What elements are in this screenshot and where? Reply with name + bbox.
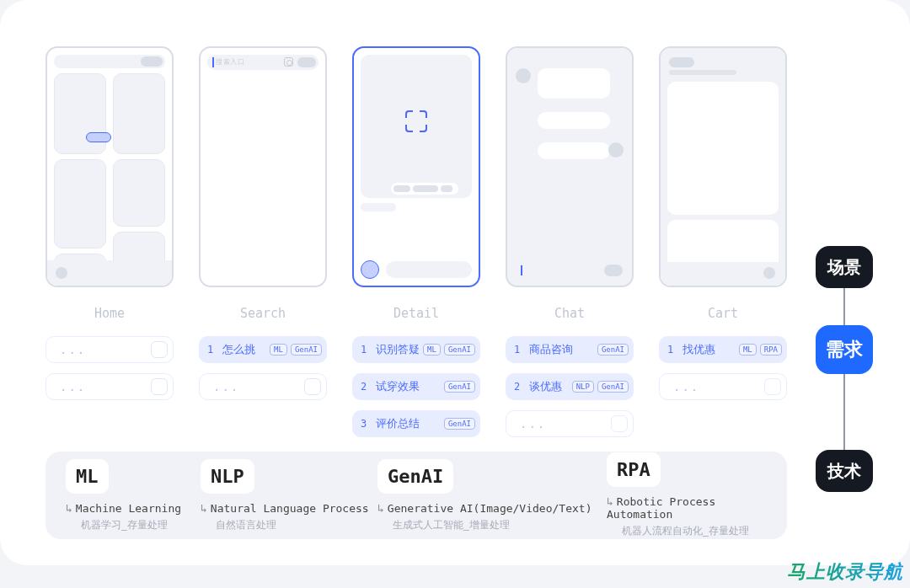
arrow-icon: ↳ bbox=[201, 502, 207, 515]
tech-sub: 机器学习_存量处理 bbox=[81, 518, 201, 532]
tech-tag: ML bbox=[423, 344, 441, 356]
watermark: 马上收录导航 bbox=[787, 559, 903, 585]
detail-price-stub bbox=[361, 203, 396, 211]
placeholder-box bbox=[611, 415, 628, 432]
tech-abbr: ML bbox=[66, 459, 109, 494]
tech-sub: 生成式人工智能_增量处理 bbox=[393, 518, 607, 532]
phone-home bbox=[46, 46, 174, 287]
placeholder-box bbox=[304, 378, 321, 395]
col-detail: Detail 1 识别答疑 ML GenAI 2 试穿效果 GenAI bbox=[352, 46, 480, 437]
scenario-item: 2 谈优惠 NLP GenAI bbox=[506, 373, 634, 400]
col-search: 搜索入口 Search 1 怎么挑 ML GenAI ... bbox=[199, 46, 327, 437]
detail-bottom-bar bbox=[361, 260, 472, 279]
tech-abbr: NLP bbox=[201, 459, 254, 494]
scenario-item: 2 试穿效果 GenAI bbox=[352, 373, 480, 400]
home-topbar bbox=[54, 55, 165, 68]
tech-nlp: NLP ↳Natural Language Process 自然语言处理 bbox=[201, 459, 377, 532]
tech-tag: GenAI bbox=[597, 344, 629, 356]
home-card bbox=[113, 73, 165, 154]
tech-sub: 机器人流程自动化_存量处理 bbox=[622, 524, 775, 538]
scenario-item: 1 找优惠 ML RPA bbox=[659, 336, 787, 363]
avatar-icon bbox=[516, 68, 531, 83]
tech-legend-bar: ML ↳Machine Learning 机器学习_存量处理 NLP ↳Natu… bbox=[46, 452, 787, 539]
tech-tag: GenAI bbox=[597, 381, 629, 393]
tech-tag: GenAI bbox=[444, 418, 475, 430]
chat-bubble bbox=[538, 112, 610, 129]
tech-tag: GenAI bbox=[444, 344, 475, 356]
diagram-canvas: Home ... ... 搜索入口 bbox=[0, 0, 910, 565]
search-bar: 搜索入口 bbox=[207, 55, 318, 70]
tech-tag: ML bbox=[270, 344, 287, 356]
arrow-icon: ↳ bbox=[377, 502, 384, 515]
scan-icon bbox=[405, 110, 427, 132]
col-home: Home ... ... bbox=[46, 46, 174, 437]
phone-label: Home bbox=[94, 306, 125, 321]
scenario-item: 1 怎么挑 ML GenAI bbox=[199, 336, 327, 363]
phone-label: Detail bbox=[393, 306, 439, 321]
tech-tag: ML bbox=[739, 344, 757, 356]
scenario-empty: ... bbox=[46, 336, 174, 363]
scenario-empty: ... bbox=[506, 410, 634, 437]
tech-full: Robotic Process Automation bbox=[607, 495, 715, 521]
phone-cart bbox=[659, 46, 787, 287]
nav-pill-scene: 场景 bbox=[816, 246, 873, 288]
scenario-item: 1 商品咨询 GenAI bbox=[506, 336, 634, 363]
tech-genai: GenAI ↳Generative AI(Image/Video/Text) 生… bbox=[377, 459, 607, 532]
home-bottom-dot bbox=[56, 267, 67, 279]
home-card bbox=[54, 159, 106, 249]
chat-bubble bbox=[538, 68, 610, 99]
arrow-icon: ↳ bbox=[66, 502, 72, 515]
nav-pill-tech: 技术 bbox=[816, 450, 873, 492]
placeholder-box bbox=[151, 378, 168, 395]
scenario-empty: ... bbox=[46, 373, 174, 400]
scenario-list-chat: 1 商品咨询 GenAI 2 谈优惠 NLP GenAI ... bbox=[506, 336, 634, 437]
scenario-item: 1 识别答疑 ML GenAI bbox=[352, 336, 480, 363]
chat-input bbox=[514, 262, 625, 279]
nav-connector bbox=[843, 288, 845, 325]
cart-hint-line bbox=[669, 70, 736, 75]
phone-search: 搜索入口 bbox=[199, 46, 327, 287]
search-placeholder: 搜索入口 bbox=[216, 57, 244, 67]
col-cart: Cart 1 找优惠 ML RPA ... bbox=[659, 46, 787, 437]
send-pill bbox=[604, 265, 623, 276]
tech-abbr: GenAI bbox=[377, 459, 453, 494]
col-chat: Chat 1 商品咨询 GenAI 2 谈优惠 NLP GenAI bbox=[506, 46, 634, 437]
home-highlight-pill bbox=[86, 132, 111, 142]
camera-icon bbox=[284, 57, 293, 67]
scenario-list-cart: 1 找优惠 ML RPA ... bbox=[659, 336, 787, 400]
scenario-empty: ... bbox=[659, 373, 787, 400]
detail-buy-bar bbox=[386, 261, 472, 278]
home-card bbox=[113, 159, 165, 227]
phone-label: Cart bbox=[708, 306, 738, 321]
arrow-icon: ↳ bbox=[607, 495, 613, 508]
detail-sku-bar bbox=[391, 183, 458, 195]
avatar-icon bbox=[608, 142, 624, 158]
phone-detail bbox=[352, 46, 480, 287]
scenario-list-detail: 1 识别答疑 ML GenAI 2 试穿效果 GenAI 3 评价总 bbox=[352, 336, 480, 437]
placeholder-box bbox=[764, 378, 781, 395]
placeholder-box bbox=[151, 341, 168, 358]
nav-connector bbox=[843, 374, 845, 450]
scenario-empty: ... bbox=[199, 373, 327, 400]
cart-bottom-bar bbox=[661, 262, 785, 286]
tech-abbr: RPA bbox=[607, 452, 661, 487]
scenario-list-home: ... ... bbox=[46, 336, 174, 400]
phone-chat bbox=[506, 46, 634, 287]
tech-full: Generative AI(Image/Video/Text) bbox=[388, 502, 592, 515]
tech-tag: GenAI bbox=[291, 344, 322, 356]
scenario-list-search: 1 怎么挑 ML GenAI ... bbox=[199, 336, 327, 400]
nav-pill-demand: 需求 bbox=[816, 325, 873, 374]
tech-tag: NLP bbox=[572, 381, 594, 393]
tech-full: Natural Language Process bbox=[211, 502, 369, 515]
tech-ml: ML ↳Machine Learning 机器学习_存量处理 bbox=[66, 459, 201, 532]
chat-bubble bbox=[538, 142, 610, 159]
phone-label: Chat bbox=[554, 306, 585, 321]
tech-tag: RPA bbox=[760, 344, 782, 356]
tech-full: Machine Learning bbox=[76, 502, 181, 515]
phone-row: Home ... ... 搜索入口 bbox=[46, 46, 787, 437]
tech-sub: 自然语言处理 bbox=[216, 518, 377, 532]
scenario-item: 3 评价总结 GenAI bbox=[352, 410, 480, 437]
phone-label: Search bbox=[240, 306, 286, 321]
cart-item-card bbox=[667, 82, 779, 215]
tech-tag: GenAI bbox=[444, 381, 475, 393]
